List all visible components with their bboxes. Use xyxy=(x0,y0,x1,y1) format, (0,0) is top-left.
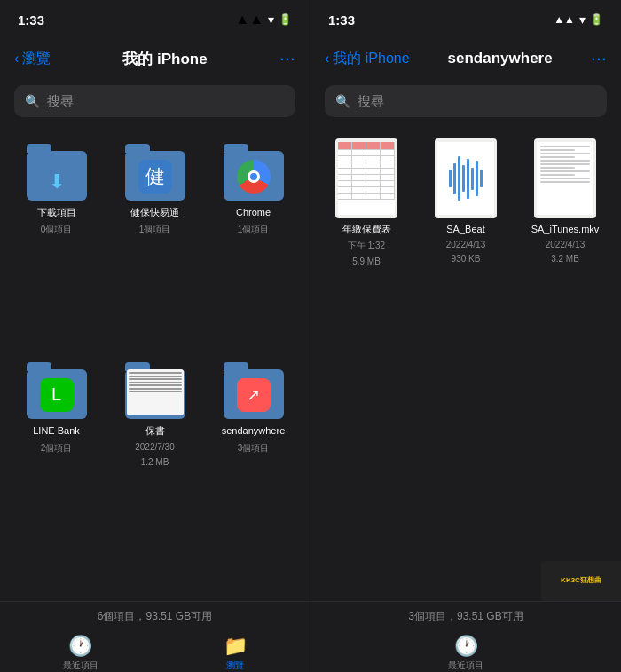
file-date-table: 下午 1:32 xyxy=(348,240,385,252)
right-nav-back-label: 我的 iPhone xyxy=(333,50,409,68)
left-folder-grid: ⬇ 下載項目 0個項目 健 健保快易通 1個項目 xyxy=(0,124,310,601)
left-tab-bar: 🕐 最近項目 📁 瀏覽 xyxy=(0,635,310,672)
file-item-audio[interactable]: SA_Beat 2022/4/13 930 KB xyxy=(421,138,511,587)
sendanywhere-app-icon: ↗ xyxy=(237,378,271,412)
folder-icon-downloads: ⬇ xyxy=(26,147,88,201)
folder-icon-chrome xyxy=(223,147,285,201)
file-label-table: 年繳保費表 xyxy=(342,223,391,235)
folder-label-chrome: Chrome xyxy=(236,206,271,218)
folder-label-sendanywhere: sendanywhere xyxy=(222,424,286,437)
left-status-time: 1:33 xyxy=(18,12,44,28)
signal-icon: ▲▲ xyxy=(235,12,263,28)
download-icon: ⬇ xyxy=(49,170,65,194)
file-size-table: 5.9 MB xyxy=(352,257,381,266)
folder-item-chrome[interactable]: Chrome 1個項目 xyxy=(204,138,303,357)
folder-count-linebank: 2個項目 xyxy=(41,442,73,455)
file-thumb-table xyxy=(335,138,397,218)
file-thumb-video xyxy=(534,138,596,218)
right-bottom-bar: 3個項目，93.51 GB可用 🕐 最近項目 xyxy=(310,601,621,672)
left-nav-back-label: 瀏覽 xyxy=(22,50,51,68)
file-label-video: SA_iTunes.mkv xyxy=(531,223,600,235)
health-app-icon: 健 xyxy=(138,160,172,194)
battery-icon: 🔋 xyxy=(279,13,292,26)
chevron-left-icon: ‹ xyxy=(14,51,19,67)
signal-icon-right: ▲▲ xyxy=(554,13,575,26)
folder-label-doc: 保書 xyxy=(145,424,165,437)
wifi-icon: ▾ xyxy=(268,12,274,27)
file-label-audio: SA_Beat xyxy=(446,223,484,235)
folder-size-doc: 1.2 MB xyxy=(141,457,169,467)
folder-icon-doc xyxy=(124,366,186,419)
right-tab-recent-label: 最近項目 xyxy=(448,660,483,672)
right-storage-text: 3個項目，93.51 GB可用 xyxy=(408,609,523,624)
file-size-video: 3.2 MB xyxy=(551,254,579,264)
search-icon: 🔍 xyxy=(25,94,40,108)
left-nav-more-button[interactable]: ··· xyxy=(279,47,295,70)
right-status-icons: ▲▲ ▾ 🔋 xyxy=(554,12,603,27)
left-status-icons: ▲▲ ▾ 🔋 xyxy=(235,12,292,28)
left-nav-bar: ‹ 瀏覽 我的 iPhone ··· xyxy=(0,39,310,78)
right-tab-recent[interactable]: 🕐 最近項目 xyxy=(448,635,483,672)
left-nav-title: 我的 iPhone xyxy=(122,49,207,69)
right-nav-back-button[interactable]: ‹ 我的 iPhone xyxy=(325,50,410,68)
chrome-app-icon xyxy=(237,160,271,194)
left-tab-recent-label: 最近項目 xyxy=(63,660,98,672)
file-size-audio: 930 KB xyxy=(452,254,481,264)
file-date-audio: 2022/4/13 xyxy=(446,240,486,249)
right-search-placeholder: 搜尋 xyxy=(358,93,384,110)
folder-label-downloads: 下載項目 xyxy=(37,206,76,218)
right-status-bar: 1:33 ▲▲ ▾ 🔋 xyxy=(310,0,621,39)
folder-label-linebank: LINE Bank xyxy=(33,424,80,437)
folder-item-doc[interactable]: 保書 2022/7/30 1.2 MB xyxy=(106,357,204,588)
left-tab-browse-label: 瀏覽 xyxy=(226,660,244,672)
linebank-app-icon: L xyxy=(40,378,74,412)
more-icon-right: ··· xyxy=(591,47,607,69)
right-file-grid: 年繳保費表 下午 1:32 5.9 MB xyxy=(310,124,621,601)
left-search-bar[interactable]: 🔍 搜尋 xyxy=(14,85,295,117)
right-phone-panel: 1:33 ▲▲ ▾ 🔋 ‹ 我的 iPhone sendanywhere ···… xyxy=(310,0,621,672)
folder-icon-sendanywhere: ↗ xyxy=(223,366,285,419)
chevron-left-icon-right: ‹ xyxy=(325,51,329,67)
left-tab-browse[interactable]: 📁 瀏覽 xyxy=(224,635,248,672)
folder-count-doc: 2022/7/30 xyxy=(135,442,175,452)
left-tab-recent[interactable]: 🕐 最近項目 xyxy=(63,635,98,672)
folder-count-downloads: 0個項目 xyxy=(41,224,73,236)
right-nav-title: sendanywhere xyxy=(448,50,553,67)
file-item-table[interactable]: 年繳保費表 下午 1:32 5.9 MB xyxy=(321,138,412,587)
doc-preview-icon xyxy=(127,369,184,415)
recent-icon-right: 🕐 xyxy=(454,635,478,658)
folder-icon-linebank: L xyxy=(26,366,88,419)
folder-item-linebank[interactable]: L LINE Bank 2個項目 xyxy=(7,357,106,588)
recent-icon: 🕐 xyxy=(68,635,92,658)
file-item-video[interactable]: SA_iTunes.mkv 2022/4/13 3.2 MB xyxy=(520,138,610,587)
right-nav-bar: ‹ 我的 iPhone sendanywhere ··· xyxy=(310,39,621,78)
right-search-bar[interactable]: 🔍 搜尋 xyxy=(325,85,607,117)
right-tab-bar: 🕐 最近項目 xyxy=(310,635,621,672)
left-search-placeholder: 搜尋 xyxy=(47,93,74,110)
search-icon-right: 🔍 xyxy=(335,94,350,108)
folder-count-chrome: 1個項目 xyxy=(238,224,270,236)
left-storage-text: 6個項目，93.51 GB可用 xyxy=(98,609,212,624)
left-bottom-bar: 6個項目，93.51 GB可用 🕐 最近項目 📁 瀏覽 xyxy=(0,601,310,672)
right-status-time: 1:33 xyxy=(328,12,355,28)
folder-count-health: 1個項目 xyxy=(139,224,171,236)
folder-icon-health: 健 xyxy=(124,147,186,201)
right-nav-more-button[interactable]: ··· xyxy=(591,47,607,70)
file-date-video: 2022/4/13 xyxy=(546,240,586,249)
folder-item-health[interactable]: 健 健保快易通 1個項目 xyxy=(106,138,204,357)
left-phone-panel: 1:33 ▲▲ ▾ 🔋 ‹ 瀏覽 我的 iPhone ··· 🔍 搜尋 ⬇ 下載… xyxy=(0,0,310,672)
waveform-graphic xyxy=(449,156,483,201)
battery-icon-right: 🔋 xyxy=(590,13,603,26)
file-thumb-audio xyxy=(435,138,497,218)
left-nav-back-button[interactable]: ‹ 瀏覽 xyxy=(14,50,51,68)
more-icon: ··· xyxy=(279,47,295,69)
left-status-bar: 1:33 ▲▲ ▾ 🔋 xyxy=(0,0,310,39)
folder-count-sendanywhere: 3個項目 xyxy=(238,442,270,455)
browse-icon: 📁 xyxy=(224,635,248,658)
folder-item-downloads[interactable]: ⬇ 下載項目 0個項目 xyxy=(7,138,106,357)
folder-label-health: 健保快易通 xyxy=(130,206,179,218)
folder-item-sendanywhere[interactable]: ↗ sendanywhere 3個項目 xyxy=(204,357,303,588)
watermark-text: KK3C狂想曲 xyxy=(561,576,601,585)
watermark: KK3C狂想曲 xyxy=(541,561,621,601)
wifi-icon-right: ▾ xyxy=(579,12,586,27)
